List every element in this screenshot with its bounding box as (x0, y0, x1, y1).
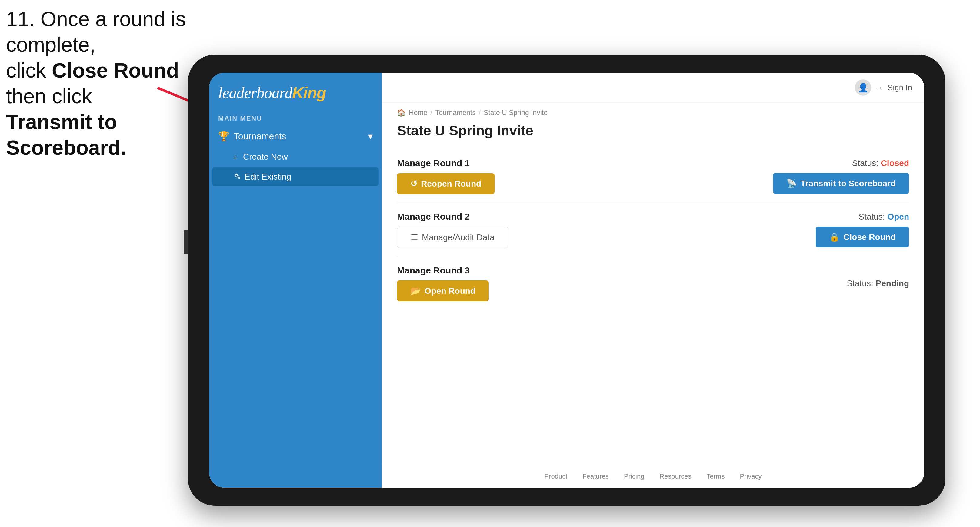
main-menu-label: MAIN MENU (209, 109, 382, 125)
instruction-line2: click Close Round then click (6, 59, 179, 108)
footer-resources[interactable]: Resources (659, 473, 691, 480)
round-2-status-value: Open (887, 212, 909, 221)
round-3-status: Status: Pending (847, 279, 909, 288)
reopen-icon: ↺ (410, 179, 417, 189)
tablet-side-button (184, 230, 188, 254)
logo-leaderboard-text: leaderboard (218, 84, 292, 102)
breadcrumb-home[interactable]: Home (409, 109, 427, 117)
chevron-down-icon: ▾ (368, 131, 373, 141)
instruction-block: 11. Once a round is complete, click Clos… (6, 6, 218, 160)
round-1-status: Status: Closed (852, 159, 909, 168)
instruction-bold-transmit: Transmit to Scoreboard. (6, 110, 126, 159)
sidebar-tournaments-left: 🏆 Tournaments (218, 131, 286, 141)
sidebar-edit-existing-label: Edit Existing (245, 172, 291, 182)
trophy-icon: 🏆 (218, 131, 229, 141)
footer-product[interactable]: Product (544, 473, 567, 480)
breadcrumb-sep1: / (430, 109, 432, 117)
round-2-status: Status: Open (859, 212, 909, 222)
manage-audit-data-button[interactable]: ☰ Manage/Audit Data (397, 227, 508, 248)
logo-king-text: King (292, 84, 326, 102)
round-2-right: Status: Open 🔒 Close Round (816, 212, 909, 248)
round-3-left: Manage Round 3 📂 Open Round (397, 265, 489, 302)
round-2-title: Manage Round 2 (397, 211, 508, 222)
transmit-to-scoreboard-button[interactable]: 📡 Transmit to Scoreboard (773, 173, 909, 194)
round-3-title: Manage Round 3 (397, 265, 489, 276)
sidebar-create-new-label: Create New (243, 152, 288, 162)
round-3-status-value: Pending (876, 279, 909, 288)
round-1-left: Manage Round 1 ↺ Reopen Round (397, 158, 495, 194)
close-round-button[interactable]: 🔒 Close Round (816, 227, 909, 248)
round-3-right: Status: Pending (847, 279, 909, 288)
breadcrumb-tournaments[interactable]: Tournaments (436, 109, 476, 117)
avatar: 👤 (855, 79, 871, 96)
page-body: State U Spring Invite Manage Round 1 ↺ R… (382, 119, 924, 465)
instruction-bold-close: Close Round (52, 59, 179, 82)
round-2-section: Manage Round 2 ☰ Manage/Audit Data Statu… (397, 203, 909, 257)
app-layout: leaderboardKing MAIN MENU 🏆 Tournaments … (209, 73, 924, 487)
round-1-right: Status: Closed 📡 Transmit to Scoreboard (773, 159, 909, 194)
footer-privacy[interactable]: Privacy (740, 473, 762, 480)
reopen-round-label: Reopen Round (421, 179, 481, 189)
reopen-round-button[interactable]: ↺ Reopen Round (397, 173, 495, 194)
transmit-icon: 📡 (786, 178, 797, 188)
sidebar-item-tournaments[interactable]: 🏆 Tournaments ▾ (209, 125, 382, 147)
sign-in-area[interactable]: 👤 → Sign In (855, 79, 912, 96)
breadcrumb: 🏠 Home / Tournaments / State U Spring In… (382, 103, 924, 119)
instruction-line1: 11. Once a round is complete, (6, 7, 186, 56)
footer-pricing[interactable]: Pricing (624, 473, 644, 480)
sidebar-tournaments-label: Tournaments (234, 131, 286, 141)
round-1-status-prefix: Status: (852, 159, 878, 168)
manage-audit-label: Manage/Audit Data (422, 233, 495, 242)
logo: leaderboardKing (218, 84, 373, 102)
close-round-label: Close Round (843, 232, 896, 242)
sidebar-edit-existing[interactable]: ✎ Edit Existing (212, 167, 379, 186)
breadcrumb-current: State U Spring Invite (484, 109, 547, 117)
sidebar: leaderboardKing MAIN MENU 🏆 Tournaments … (209, 73, 382, 487)
transmit-scoreboard-label: Transmit to Scoreboard (800, 179, 896, 188)
footer-features[interactable]: Features (582, 473, 609, 480)
round-2-status-prefix: Status: (859, 212, 885, 221)
open-round-label: Open Round (425, 286, 476, 296)
round-1-section: Manage Round 1 ↺ Reopen Round Status: Cl… (397, 149, 909, 203)
open-icon: 📂 (410, 286, 421, 296)
breadcrumb-sep2: / (479, 109, 480, 117)
round-1-status-value: Closed (881, 159, 909, 168)
sidebar-create-new[interactable]: ＋ Create New (209, 147, 382, 167)
top-nav: 👤 → Sign In (382, 73, 924, 103)
lock-icon: 🔒 (829, 232, 840, 242)
page-title: State U Spring Invite (397, 122, 909, 139)
edit-icon: ✎ (234, 172, 241, 182)
tablet-shell: leaderboardKing MAIN MENU 🏆 Tournaments … (188, 54, 945, 506)
sign-in-label: Sign In (888, 83, 912, 92)
sign-in-arrow-icon: → (875, 83, 883, 92)
round-3-status-prefix: Status: (847, 279, 873, 288)
round-3-section: Manage Round 3 📂 Open Round Status: Pend… (397, 257, 909, 310)
round-2-left: Manage Round 2 ☰ Manage/Audit Data (397, 211, 508, 248)
open-round-button[interactable]: 📂 Open Round (397, 281, 489, 302)
logo-area: leaderboardKing (209, 73, 382, 109)
tablet-screen: leaderboardKing MAIN MENU 🏆 Tournaments … (209, 73, 924, 487)
main-content: 👤 → Sign In 🏠 Home / Tournaments / State… (382, 73, 924, 487)
plus-icon: ＋ (231, 151, 239, 163)
footer: Product Features Pricing Resources Terms… (382, 465, 924, 487)
footer-terms[interactable]: Terms (707, 473, 725, 480)
audit-icon: ☰ (410, 232, 418, 242)
round-1-title: Manage Round 1 (397, 158, 495, 168)
home-icon: 🏠 (397, 109, 406, 117)
